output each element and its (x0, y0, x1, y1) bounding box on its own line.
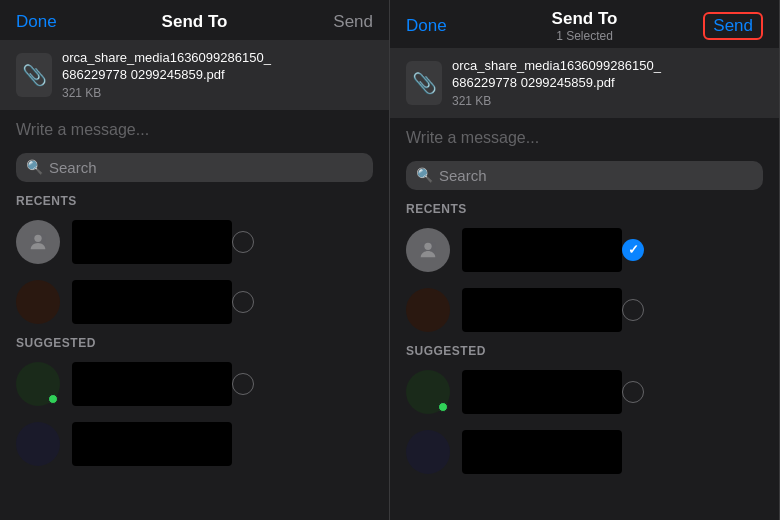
left-attachment-info: orca_share_media1636099286150_686229778 … (62, 50, 373, 100)
left-send-button[interactable]: Send (333, 12, 373, 32)
right-subtitle: 1 Selected (552, 29, 618, 43)
right-suggested-name-1 (462, 370, 622, 414)
right-attachment-info: orca_share_media1636099286150_686229778 … (452, 58, 763, 108)
left-suggested-avatar-2 (16, 422, 60, 466)
right-send-button[interactable]: Send (703, 12, 763, 40)
left-avatar-1 (16, 220, 60, 264)
left-contact-name-2 (72, 280, 232, 324)
left-suggested-2[interactable] (0, 414, 389, 474)
left-attachment-row: 📎 orca_share_media1636099286150_68622977… (0, 40, 389, 110)
right-suggested-label: SUGGESTED (390, 340, 779, 362)
left-panel: Done Send To Send 📎 orca_share_media1636… (0, 0, 390, 520)
left-suggested-name-2 (72, 422, 232, 466)
left-contact-name-1 (72, 220, 232, 264)
right-attachment-row: 📎 orca_share_media1636099286150_68622977… (390, 48, 779, 118)
right-suggested-avatar-2 (406, 430, 450, 474)
right-search-bar[interactable]: 🔍 Search (406, 161, 763, 190)
right-suggested-name-2 (462, 430, 622, 474)
right-header-center: Send To 1 Selected (552, 9, 618, 43)
right-green-badge-1 (438, 402, 448, 412)
left-suggested-name-1 (72, 362, 232, 406)
left-green-badge-1 (48, 394, 58, 404)
left-header-center: Send To (162, 12, 228, 32)
right-paperclip-icon: 📎 (412, 71, 437, 95)
right-message-input[interactable]: Write a message... (390, 119, 779, 157)
right-radio-2[interactable] (622, 299, 644, 321)
left-done-button[interactable]: Done (16, 12, 57, 32)
svg-point-1 (424, 242, 431, 249)
right-contact-name-2 (462, 288, 622, 332)
left-suggested-label: SUGGESTED (0, 332, 389, 354)
right-radio-checked-1[interactable]: ✓ (622, 239, 644, 261)
right-search-placeholder: Search (439, 167, 487, 184)
right-recents-label: RECENTS (390, 198, 779, 220)
left-search-icon: 🔍 (26, 159, 43, 175)
left-search-placeholder: Search (49, 159, 97, 176)
left-radio-1[interactable] (232, 231, 254, 253)
left-recents-label: RECENTS (0, 190, 389, 212)
right-title: Send To (552, 9, 618, 29)
right-avatar-1 (406, 228, 450, 272)
paperclip-icon: 📎 (22, 63, 47, 87)
right-attachment-icon: 📎 (406, 61, 442, 105)
right-done-button[interactable]: Done (406, 16, 447, 36)
left-suggested-radio-1[interactable] (232, 373, 254, 395)
right-contact-2[interactable] (390, 280, 779, 340)
right-suggested-avatar-container-1 (406, 370, 450, 414)
left-title: Send To (162, 12, 228, 32)
right-filesize: 321 KB (452, 94, 763, 108)
left-avatar-2 (16, 280, 60, 324)
left-filesize: 321 KB (62, 86, 373, 100)
left-radio-2[interactable] (232, 291, 254, 313)
right-search-icon: 🔍 (416, 167, 433, 183)
right-suggested-1[interactable] (390, 362, 779, 422)
right-filename: orca_share_media1636099286150_686229778 … (452, 58, 763, 92)
right-panel: Done Send To 1 Selected Send 📎 orca_shar… (390, 0, 780, 520)
left-attachment-icon: 📎 (16, 53, 52, 97)
right-suggested-radio-1[interactable] (622, 381, 644, 403)
right-header: Done Send To 1 Selected Send (390, 0, 779, 48)
right-contact-1[interactable]: ✓ (390, 220, 779, 280)
left-header: Done Send To Send (0, 0, 389, 40)
left-suggested-avatar-container-1 (16, 362, 60, 406)
checkmark-icon-1: ✓ (628, 242, 639, 257)
right-contact-name-1 (462, 228, 622, 272)
left-suggested-1[interactable] (0, 354, 389, 414)
left-message-input[interactable]: Write a message... (0, 111, 389, 149)
right-avatar-2 (406, 288, 450, 332)
left-search-bar[interactable]: 🔍 Search (16, 153, 373, 182)
left-contact-2[interactable] (0, 272, 389, 332)
svg-point-0 (34, 234, 41, 241)
left-contact-1[interactable] (0, 212, 389, 272)
right-suggested-2[interactable] (390, 422, 779, 482)
left-filename: orca_share_media1636099286150_686229778 … (62, 50, 373, 84)
